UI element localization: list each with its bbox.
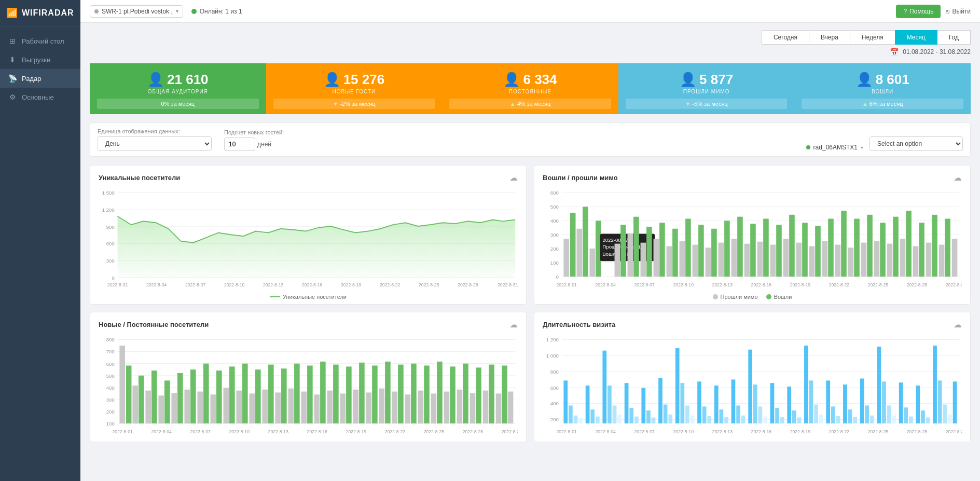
download-chart3-icon[interactable]: ☁ (509, 320, 518, 329)
svg-rect-278 (938, 380, 942, 423)
svg-rect-155 (301, 392, 307, 424)
svg-text:2022-8-07: 2022-8-07 (190, 429, 211, 434)
svg-rect-161 (340, 393, 346, 423)
svg-rect-82 (841, 211, 847, 277)
svg-rect-76 (802, 223, 808, 277)
help-label: Помощь (909, 8, 933, 15)
download-chart-icon[interactable]: ☁ (509, 173, 518, 183)
svg-text:1 000: 1 000 (546, 353, 559, 359)
svg-rect-184 (489, 365, 494, 424)
sidebar-item-radar-label: Радар (22, 75, 42, 83)
option-filter-select[interactable]: Select an option (869, 136, 963, 151)
svg-rect-146 (242, 364, 248, 423)
svg-rect-54 (659, 223, 665, 277)
svg-rect-52 (646, 227, 652, 277)
svg-rect-240 (724, 417, 728, 424)
svg-text:2022-8-01: 2022-8-01 (112, 429, 133, 434)
new-regular-wrapper: 800 700 600 500 400 300 200 100 (99, 334, 518, 437)
calendar-icon[interactable]: 📅 (890, 48, 899, 56)
svg-text:1 500: 1 500 (102, 190, 115, 196)
chevron-device-icon: ▾ (861, 145, 863, 150)
logout-button[interactable]: ⎋ Выйти (946, 8, 971, 15)
sidebar-item-basics[interactable]: ⚙ Основные (0, 88, 80, 106)
device-filter-label: rad_06AMSTX1 (813, 144, 858, 151)
svg-rect-87 (874, 241, 880, 277)
person-new-icon: 👤 (324, 72, 340, 88)
svg-text:2022-8-16: 2022-8-16 (302, 282, 323, 287)
count-filter-input[interactable] (224, 138, 255, 151)
sidebar: 📶 WIFIRADAR ⋮ ⊞ Рабочий стол ⬇ Выгрузки … (0, 0, 80, 481)
svg-rect-238 (714, 386, 719, 423)
svg-rect-267 (877, 347, 881, 423)
svg-rect-242 (736, 405, 740, 423)
svg-rect-233 (685, 405, 689, 423)
svg-text:200: 200 (550, 417, 559, 422)
online-dot-icon (191, 9, 197, 14)
unique-visitors-svg: 1 500 1 200 900 600 300 0 (99, 187, 518, 291)
svg-rect-168 (385, 362, 391, 423)
svg-rect-163 (353, 390, 359, 423)
svg-rect-136 (177, 373, 183, 423)
tab-yesterday[interactable]: Вчера (809, 30, 850, 45)
stat-regular-number: 👤 6 334 (503, 72, 557, 88)
legend-entered: Вошли (766, 294, 792, 300)
svg-text:200: 200 (106, 409, 115, 415)
stat-total-label: ОБЩАЯ АУДИТОРИЯ (148, 89, 208, 94)
stat-card-total: 👤 21 610 ОБЩАЯ АУДИТОРИЯ 0% за месяц (90, 63, 266, 114)
svg-text:200: 200 (550, 246, 559, 252)
stat-card-new: 👤 15 276 НОВЫЕ ГОСТИ ▼ -2% за месяц (266, 63, 443, 114)
tab-year[interactable]: Год (937, 30, 971, 45)
device-filter-group: rad_06AMSTX1 ▾ (806, 144, 863, 151)
svg-text:2022-8-04: 2022-8-04 (151, 429, 172, 434)
svg-rect-187 (508, 392, 514, 424)
svg-rect-129 (132, 386, 138, 423)
sidebar-item-radar[interactable]: 📡 Радар (0, 69, 80, 88)
svg-rect-243 (741, 416, 746, 423)
svg-rect-262 (848, 409, 852, 423)
svg-rect-49 (628, 233, 633, 277)
svg-rect-176 (437, 362, 443, 423)
sidebar-item-desktop[interactable]: ⊞ Рабочий стол (0, 32, 80, 50)
visit-duration-chart: Длительность визита ☁ 1 200 1 000 800 60… (534, 312, 971, 442)
svg-rect-138 (190, 369, 196, 423)
logout-label: Выйти (952, 8, 971, 15)
svg-rect-173 (418, 391, 424, 423)
help-button[interactable]: ? Помощь (896, 5, 941, 18)
svg-rect-162 (346, 366, 352, 423)
svg-rect-147 (249, 393, 255, 423)
tab-week[interactable]: Неделя (850, 30, 895, 45)
device-selector[interactable]: SWR-1 pl.Pobedi vostok , ▾ (90, 5, 183, 18)
legend-passed-dot (713, 294, 718, 299)
entered-passed-chart: Вошли / прошли мимо ☁ 600 500 400 300 20… (534, 165, 971, 305)
count-filter-unit: дней (257, 141, 271, 148)
tab-month[interactable]: Месяц (895, 30, 937, 45)
svg-text:2022-8-31: 2022-8-31 (498, 282, 518, 287)
unit-filter-select[interactable]: День (98, 136, 212, 151)
svg-rect-48 (620, 225, 626, 277)
svg-rect-229 (664, 405, 668, 424)
unit-filter-label: Единица отображения данных: (98, 128, 212, 134)
entered-passed-wrapper: 600 500 400 300 200 100 0 (543, 187, 962, 291)
svg-rect-79 (822, 241, 828, 277)
tab-today[interactable]: Сегодня (762, 30, 809, 45)
svg-rect-222 (625, 383, 629, 423)
svg-text:400: 400 (106, 385, 115, 391)
download-chart2-icon[interactable]: ☁ (954, 173, 962, 183)
svg-rect-247 (763, 417, 767, 423)
unique-visitors-wrapper: 1 500 1 200 900 600 300 0 (99, 187, 518, 291)
stat-entered-number: 👤 8 601 (856, 72, 909, 88)
entered-passed-legend: Прошли мимо Вошли (543, 294, 962, 300)
stat-card-regular: 👤 6 334 ПОСТОЯННЫЕ ▲ 4% за месяц (442, 63, 618, 114)
svg-rect-57 (680, 241, 685, 277)
unit-filter-group: Единица отображения данных: День (98, 128, 212, 151)
svg-rect-251 (787, 387, 791, 423)
sidebar-item-downloads[interactable]: ⬇ Выгрузки (0, 50, 80, 69)
entered-passed-header: Вошли / прошли мимо ☁ (543, 173, 962, 183)
svg-text:2022-8-01: 2022-8-01 (556, 429, 577, 434)
svg-text:2022-8-25: 2022-8-25 (868, 429, 889, 434)
svg-rect-219 (608, 386, 612, 423)
new-regular-svg: 800 700 600 500 400 300 200 100 (99, 334, 518, 437)
desktop-icon: ⊞ (8, 37, 17, 45)
download-chart4-icon[interactable]: ☁ (954, 320, 962, 329)
svg-text:2022-8-04: 2022-8-04 (595, 282, 616, 287)
